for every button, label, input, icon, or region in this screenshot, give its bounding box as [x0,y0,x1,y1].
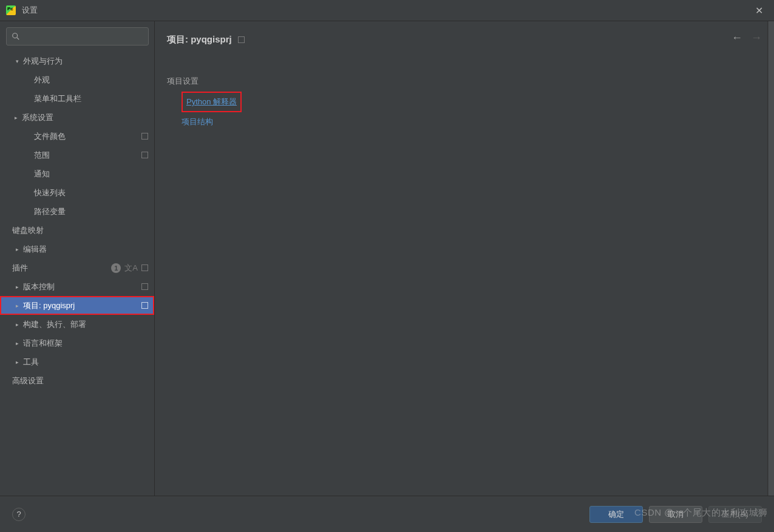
tree-item[interactable]: 插件1文A [0,258,154,277]
project-scope-icon [141,283,148,290]
tree-item-label: 工具 [23,357,148,368]
tree-item[interactable]: 文件颜色 [0,127,154,146]
tree-item[interactable]: 通知 [0,164,154,183]
tree-item[interactable]: 菜单和工具栏 [0,89,154,108]
tree-item[interactable]: 路径变量 [0,202,154,221]
project-scope-icon [238,36,245,43]
cancel-button[interactable]: 取消 [649,506,702,523]
tree-item[interactable]: ▸版本控制 [0,277,154,296]
settings-link[interactable]: 项目结构 [182,117,213,126]
chevron-right-icon[interactable]: ▸ [13,284,21,290]
tree-item-label: 构建、执行、部署 [23,319,148,330]
main-header: 项目: pyqgisprj [167,21,762,58]
search-wrap [0,21,154,52]
search-box[interactable] [6,27,149,45]
tree-item[interactable]: ▸项目: pyqgisprj [0,296,154,315]
tree-item-label: 外观 [34,75,148,86]
ok-button[interactable]: 确定 [589,506,643,523]
nav-controls: ← → [732,32,762,44]
main-panel: ← → 项目: pyqgisprj 项目设置 Python 解释器项目结构 [155,21,774,496]
tree-item-label: 插件 [12,263,111,274]
settings-link[interactable]: Python 解释器 [185,93,238,110]
tree-item[interactable]: ▾外观与行为 [0,52,154,70]
chevron-right-icon[interactable]: ▸ [13,359,21,365]
chevron-down-icon[interactable]: ▾ [13,58,21,64]
close-icon[interactable]: ✕ [750,5,768,16]
nav-forward-icon: → [751,32,762,44]
section-heading: 项目设置 [167,76,762,87]
tree-item-label: 菜单和工具栏 [34,93,148,104]
tree-item[interactable]: 快速列表 [0,183,154,202]
tree-item-label: 系统设置 [22,112,148,123]
window-title: 设置 [22,5,750,16]
highlight-box: Python 解释器 [182,92,242,112]
tree-item-label: 路径变量 [34,206,148,217]
search-input[interactable] [23,32,143,41]
chevron-right-icon[interactable]: ▸ [13,246,21,252]
tree-item[interactable]: 高级设置 [0,371,154,390]
tree-item[interactable]: ▸编辑器 [0,240,154,258]
project-scope-icon [141,264,148,271]
help-button[interactable]: ? [12,508,25,521]
tree-item-label: 通知 [34,169,148,180]
svg-point-0 [13,33,18,38]
tree-item[interactable]: ▸工具 [0,352,154,371]
settings-tree: ▾外观与行为外观菜单和工具栏▸系统设置文件颜色范围通知快速列表路径变量键盘映射▸… [0,52,154,496]
tree-item-label: 项目: pyqgisprj [23,300,141,311]
apply-button: 应用(A) [708,506,762,523]
tree-item-label: 语言和框架 [23,338,148,349]
tree-item-label: 键盘映射 [12,225,148,236]
tree-item[interactable]: ▸构建、执行、部署 [0,315,154,334]
tree-item[interactable]: ▸系统设置 [0,108,154,127]
project-scope-icon [141,302,148,309]
project-scope-icon [141,152,148,158]
scrollbar-track[interactable] [767,21,774,496]
project-scope-icon [141,133,148,140]
tree-item-label: 版本控制 [23,281,141,292]
tree-item-label: 外观与行为 [23,56,148,67]
content-area: ▾外观与行为外观菜单和工具栏▸系统设置文件颜色范围通知快速列表路径变量键盘映射▸… [0,21,774,496]
chevron-right-icon[interactable]: ▸ [13,322,21,328]
tree-item[interactable]: 范围 [0,146,154,164]
tree-item-label: 快速列表 [34,187,148,198]
search-icon [12,32,20,41]
tree-item[interactable]: ▸语言和框架 [0,334,154,352]
settings-link-list: Python 解释器项目结构 [167,92,762,130]
scrollbar-thumb[interactable] [769,21,774,496]
chevron-right-icon[interactable]: ▸ [12,115,19,121]
count-badge: 1 [111,263,121,273]
tree-item[interactable]: 外观 [0,70,154,89]
tree-item-label: 编辑器 [23,244,148,255]
dialog-footer: ? 确定 取消 应用(A) [0,496,774,532]
tree-item-label: 范围 [34,150,141,161]
chevron-right-icon[interactable]: ▸ [13,303,21,309]
nav-back-icon[interactable]: ← [732,32,742,44]
chevron-right-icon[interactable]: ▸ [13,340,21,346]
titlebar: 设置 ✕ [0,0,774,21]
page-title: 项目: pyqgisprj [167,34,232,45]
tree-item-label: 高级设置 [12,375,148,386]
app-icon [6,5,16,15]
sidebar: ▾外观与行为外观菜单和工具栏▸系统设置文件颜色范围通知快速列表路径变量键盘映射▸… [0,21,155,496]
tree-item-label: 文件颜色 [34,131,141,142]
svg-line-1 [17,38,19,40]
tree-item[interactable]: 键盘映射 [0,221,154,240]
language-icon: 文A [124,263,138,274]
